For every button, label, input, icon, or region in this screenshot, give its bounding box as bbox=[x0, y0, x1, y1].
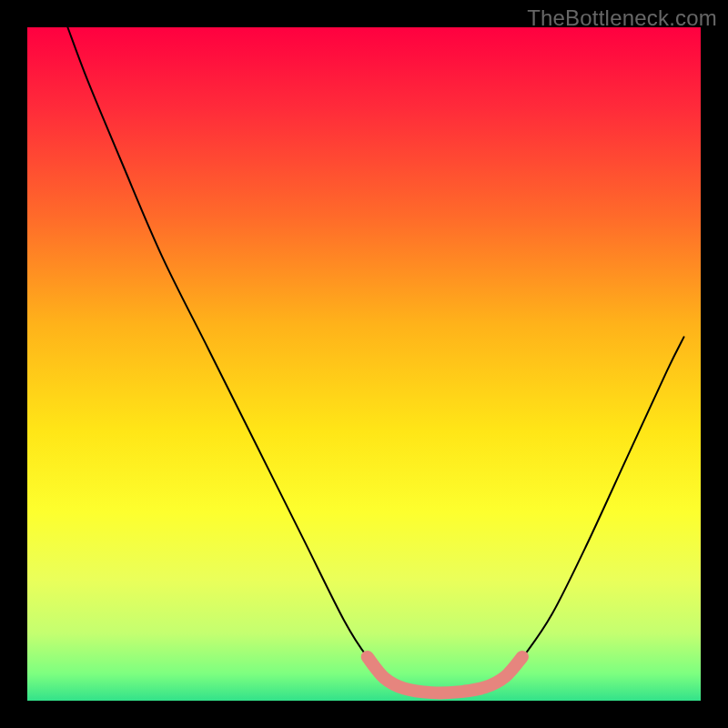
gradient-background bbox=[27, 27, 701, 701]
watermark-text: TheBottleneck.com bbox=[527, 5, 717, 31]
chart-container: TheBottleneck.com bbox=[0, 0, 728, 728]
bottleneck-chart bbox=[0, 0, 728, 728]
